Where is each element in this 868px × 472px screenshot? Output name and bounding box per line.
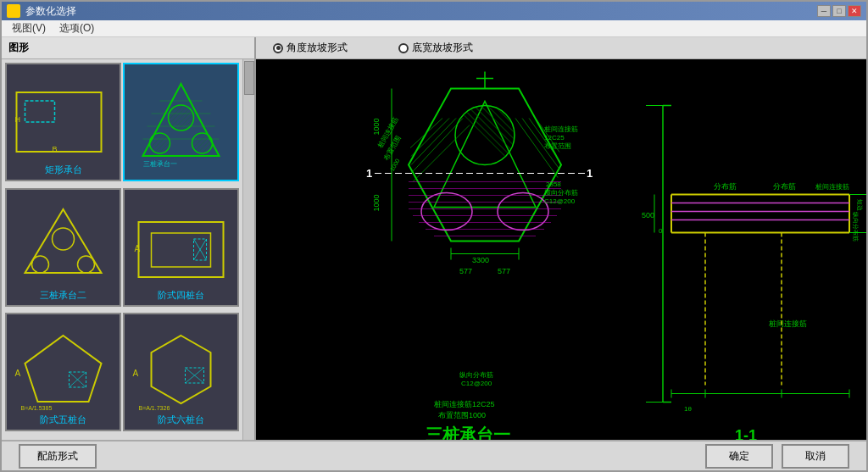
svg-text:1000: 1000 bbox=[389, 158, 401, 172]
right-panel: 角度放坡形式 底宽放坡形式 bbox=[256, 37, 866, 440]
radio-width-label: 底宽放坡形式 bbox=[412, 41, 473, 55]
svg-line-50 bbox=[455, 113, 456, 114]
title-buttons: ─ □ ✕ bbox=[817, 5, 861, 17]
svg-text:1θ: 1θ bbox=[684, 405, 692, 413]
svg-text:横向分布筋: 横向分布筋 bbox=[544, 189, 578, 197]
minimize-button[interactable]: ─ bbox=[817, 5, 831, 17]
thumb-four-pile[interactable]: A 阶式四桩台 bbox=[123, 188, 239, 307]
svg-text:0: 0 bbox=[659, 227, 663, 235]
radio-width-slope[interactable]: 底宽放坡形式 bbox=[398, 41, 473, 55]
svg-text:1000: 1000 bbox=[372, 118, 381, 135]
svg-text:C12@200: C12@200 bbox=[544, 197, 576, 205]
svg-text:1000: 1000 bbox=[372, 194, 381, 211]
thumb-label-3: 阶式四桩台 bbox=[125, 289, 237, 302]
cancel-button[interactable]: 取消 bbox=[782, 444, 849, 469]
svg-text:三桩承台一: 三桩承台一 bbox=[143, 160, 177, 168]
svg-text:布置范围: 布置范围 bbox=[544, 142, 571, 150]
radio-angle-label: 角度放坡形式 bbox=[287, 41, 348, 55]
thumb-svg-four-pile: A bbox=[125, 201, 237, 294]
svg-text:纵向分布筋: 纵向分布筋 bbox=[459, 371, 493, 379]
svg-text:分布筋: 分布筋 bbox=[714, 182, 737, 191]
svg-text:12C25: 12C25 bbox=[544, 134, 565, 142]
thumb-six-pile[interactable]: A B=A/1.7326 阶式六桩台 bbox=[123, 313, 239, 431]
thumb-rectangular[interactable]: B H 矩形承台 bbox=[5, 63, 121, 181]
svg-text:C12@200: C12@200 bbox=[461, 380, 492, 387]
thumb-five-pile[interactable]: A B=A/1.5385 阶式五桩台 bbox=[5, 313, 121, 431]
thumb-label-2: 三桩承台二 bbox=[7, 289, 120, 302]
svg-point-19 bbox=[32, 256, 49, 273]
svg-text:577: 577 bbox=[498, 267, 510, 275]
svg-marker-27 bbox=[25, 336, 102, 402]
radio-angle-slope[interactable]: 角度放坡形式 bbox=[273, 41, 348, 55]
thumb-label-0: 矩形承台 bbox=[7, 164, 120, 176]
svg-text:短边: 短边 bbox=[857, 199, 863, 211]
svg-text:纵向分布筋: 纵向分布筋 bbox=[853, 212, 859, 242]
scrollbar[interactable] bbox=[242, 59, 254, 440]
svg-text:分布筋: 分布筋 bbox=[773, 182, 796, 191]
svg-text:3300: 3300 bbox=[472, 256, 489, 264]
svg-text:500: 500 bbox=[642, 211, 654, 219]
maximize-button[interactable]: □ bbox=[832, 5, 846, 17]
content-area: 图形 B H 矩形承台 bbox=[2, 37, 866, 440]
main-window: 参数化选择 ─ □ ✕ 视图(V) 选项(O) 图形 B bbox=[0, 0, 868, 472]
drawing-canvas: 1 1 1000 1000 3300 577 577 bbox=[256, 59, 866, 440]
svg-point-18 bbox=[53, 228, 75, 250]
svg-point-20 bbox=[78, 256, 95, 273]
thumb-three-pile-2[interactable]: 三桩承台二 bbox=[5, 188, 121, 307]
svg-text:A: A bbox=[135, 244, 141, 253]
radio-width-icon bbox=[398, 43, 409, 53]
svg-text:桩间连接筋: 桩间连接筋 bbox=[543, 125, 578, 133]
thumb-three-pile-1[interactable]: 三桩承台一 bbox=[123, 63, 239, 181]
svg-text:B: B bbox=[52, 145, 57, 153]
svg-marker-17 bbox=[25, 209, 102, 273]
thumbnails-grid: B H 矩形承台 bbox=[2, 59, 242, 440]
svg-rect-1 bbox=[25, 101, 55, 122]
config-button[interactable]: 配筋形式 bbox=[19, 444, 97, 469]
svg-text:布置范围1000: 布置范围1000 bbox=[438, 411, 486, 419]
thumb-svg-three-pile-1: 三桩承台一 bbox=[125, 75, 237, 169]
svg-text:1-1: 1-1 bbox=[735, 427, 757, 441]
svg-point-41 bbox=[455, 106, 515, 165]
svg-text:B=A/1.5385: B=A/1.5385 bbox=[21, 405, 53, 411]
left-panel-header: 图形 bbox=[2, 37, 254, 59]
svg-point-14 bbox=[193, 134, 212, 153]
title-bar: 参数化选择 ─ □ ✕ bbox=[2, 2, 866, 20]
svg-text:577: 577 bbox=[459, 267, 472, 275]
svg-line-66 bbox=[411, 119, 456, 165]
svg-point-13 bbox=[151, 134, 170, 153]
svg-text:桩间连接筋: 桩间连接筋 bbox=[815, 183, 849, 191]
left-panel: 图形 B H 矩形承台 bbox=[2, 37, 256, 440]
svg-point-52 bbox=[498, 193, 548, 230]
thumb-label-4: 阶式五桩台 bbox=[7, 414, 120, 426]
window-title: 参数化选择 bbox=[25, 4, 817, 19]
svg-point-42 bbox=[456, 107, 514, 164]
menu-bar: 视图(V) 选项(O) bbox=[2, 20, 866, 37]
svg-point-51 bbox=[421, 193, 472, 230]
svg-line-64 bbox=[410, 119, 442, 148]
svg-text:H: H bbox=[15, 115, 21, 124]
svg-line-47 bbox=[481, 107, 514, 139]
menu-view[interactable]: 视图(V) bbox=[5, 21, 53, 36]
close-button[interactable]: ✕ bbox=[848, 5, 861, 17]
svg-text:1: 1 bbox=[366, 167, 372, 180]
thumb-svg-three-pile-2 bbox=[7, 201, 120, 294]
bottom-bar: 配筋形式 确定 取消 bbox=[2, 440, 866, 470]
svg-text:A: A bbox=[133, 369, 139, 378]
svg-text:桩间连接筋: 桩间连接筋 bbox=[768, 319, 807, 328]
radio-angle-icon bbox=[273, 43, 283, 53]
svg-text:B=A/1.7326: B=A/1.7326 bbox=[139, 405, 170, 411]
window-icon bbox=[7, 4, 20, 18]
thumb-svg-five-pile: A B=A/1.5385 bbox=[7, 325, 120, 419]
thumb-svg-rectangular: B H bbox=[7, 75, 120, 169]
menu-options[interactable]: 选项(O) bbox=[53, 21, 101, 36]
svg-rect-22 bbox=[152, 233, 211, 267]
svg-point-12 bbox=[170, 106, 193, 130]
thumb-svg-six-pile: A B=A/1.7326 bbox=[125, 325, 237, 419]
svg-text:2858: 2858 bbox=[546, 180, 561, 188]
confirm-button[interactable]: 确定 bbox=[705, 444, 773, 469]
thumb-label-5: 阶式六桩台 bbox=[125, 414, 237, 426]
main-drawing: 1 1 1000 1000 3300 577 577 bbox=[256, 59, 866, 440]
svg-text:三桩承台一: 三桩承台一 bbox=[426, 425, 510, 441]
svg-text:桩间连接筋12C25: 桩间连接筋12C25 bbox=[433, 400, 495, 408]
bottom-right-buttons: 确定 取消 bbox=[705, 444, 849, 469]
